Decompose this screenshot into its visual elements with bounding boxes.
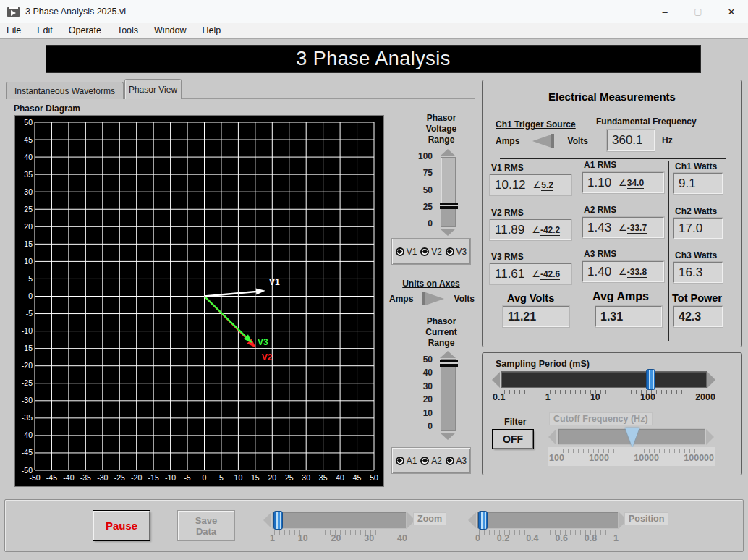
voltage-range-slider[interactable] (441, 157, 456, 227)
radio-v3-dot[interactable] (446, 247, 454, 256)
units-amps-option[interactable]: Amps (389, 294, 413, 304)
sampling-slider[interactable] (501, 371, 707, 388)
hz-unit-label: Hz (662, 135, 673, 145)
units-toggle-pointer[interactable] (422, 292, 444, 305)
position-left-arrow[interactable] (468, 512, 476, 528)
menu-edit[interactable]: Edit (37, 25, 53, 35)
current-range-slider[interactable] (441, 359, 456, 431)
tick-label: 1000 (589, 453, 609, 463)
svg-text:0: 0 (203, 473, 207, 482)
menu-operate[interactable]: Operate (69, 25, 101, 35)
phasor-diagram-label: Phasor Diagram (14, 103, 80, 114)
phasor-diagram-plot[interactable]: -50-45-40-35-30-25-20-15-10-505101520253… (14, 115, 384, 487)
tick-label: 0 (475, 533, 480, 543)
tick-label: 30 (423, 382, 433, 391)
svg-text:35: 35 (24, 170, 33, 179)
position-thumb[interactable] (478, 511, 488, 530)
tick-label: 0.6 (555, 533, 567, 543)
voltage-range-decrement-arrow[interactable] (440, 229, 456, 236)
current-range-decrement-arrow[interactable] (440, 433, 456, 440)
save-data-button[interactable]: Save Data (178, 511, 234, 540)
menu-window[interactable]: Window (154, 25, 186, 35)
position-slider[interactable] (477, 512, 619, 529)
cutoff-left-arrow[interactable] (548, 429, 556, 445)
units-volts-option[interactable]: Volts (454, 294, 475, 304)
menu-file[interactable]: File (7, 25, 21, 35)
radio-a1-dot[interactable] (396, 457, 404, 465)
column-divider-1 (574, 161, 574, 341)
zoom-slider[interactable] (272, 512, 407, 529)
phasor-current-range-label: Phasor Current Range (398, 316, 485, 349)
cutoff-frequency-label: Cutoff Frequency (Hz) (549, 412, 653, 425)
tick-label: 100 (418, 152, 433, 161)
radio-v3[interactable]: V3 (446, 247, 467, 257)
tick-label: 100 (640, 392, 655, 402)
svg-text:V1: V1 (269, 277, 280, 287)
measurements-divider (500, 158, 726, 159)
fundamental-frequency-label: Fundamental Frequency (596, 116, 697, 127)
menu-tools[interactable]: Tools (117, 25, 138, 35)
units-on-axes-toggle[interactable]: Amps Volts (389, 292, 475, 305)
radio-a1[interactable]: A1 (396, 456, 417, 466)
cutoff-thumb[interactable] (625, 428, 639, 447)
cutoff-slider[interactable] (558, 428, 705, 445)
column-divider-2 (668, 161, 669, 341)
filter-label: Filter (504, 417, 527, 427)
svg-text:V2: V2 (262, 352, 273, 362)
svg-text:-10: -10 (165, 473, 176, 482)
svg-text:0: 0 (28, 292, 33, 300)
radio-v2[interactable]: V2 (420, 247, 442, 257)
ch3-watts-label: Ch3 Watts (675, 250, 717, 260)
a3-rms-display: 1.40 ∠-33.8 (582, 261, 664, 282)
cutoff-right-arrow[interactable] (706, 429, 714, 445)
tab-phasor-view[interactable]: Phasor View (124, 79, 182, 99)
trigger-toggle-pointer[interactable] (532, 134, 554, 148)
tick-label: 0.1 (493, 392, 505, 402)
zoom-thumb[interactable] (273, 511, 283, 530)
radio-v2-dot[interactable] (420, 247, 429, 256)
current-range-thumb[interactable] (440, 360, 458, 367)
radio-v1-dot[interactable] (396, 247, 404, 256)
position-tick-labels: 00.20.40.60.81 (475, 533, 619, 543)
svg-text:25: 25 (24, 205, 33, 213)
minimize-button[interactable]: – (648, 0, 681, 23)
svg-text:-15: -15 (22, 344, 33, 352)
radio-a2-dot[interactable] (420, 457, 429, 465)
voltage-range-thumb[interactable] (440, 203, 458, 209)
sampling-panel: Sampling Period (mS) 0.11101002000 Filte… (482, 352, 742, 475)
pause-button[interactable]: Pause (93, 511, 150, 540)
tab-instantaneous-waveforms[interactable]: Instantaneous Waveforms (6, 82, 124, 99)
svg-text:50: 50 (24, 118, 33, 127)
ch3-watts-display: 16.3 (673, 262, 723, 283)
zoom-left-arrow[interactable] (263, 512, 271, 528)
svg-text:-25: -25 (22, 378, 33, 387)
svg-text:50: 50 (370, 473, 378, 482)
menu-help[interactable]: Help (203, 25, 221, 35)
sampling-thumb[interactable] (646, 369, 655, 390)
radio-a3[interactable]: A3 (446, 456, 467, 466)
sampling-tick-labels: 0.11101002000 (493, 392, 715, 402)
tick-label: 0.4 (526, 533, 538, 543)
current-range-increment-arrow[interactable] (440, 351, 456, 358)
filter-off-button[interactable]: OFF (493, 430, 533, 449)
trigger-amps-option[interactable]: Amps (496, 136, 519, 146)
sampling-left-arrow[interactable] (492, 372, 500, 388)
svg-text:5: 5 (28, 274, 33, 283)
voltage-range-increment-arrow[interactable] (440, 149, 456, 156)
svg-text:25: 25 (285, 473, 294, 482)
radio-v1[interactable]: V1 (396, 247, 417, 257)
trigger-volts-option[interactable]: Volts (568, 136, 588, 146)
maximize-button[interactable]: ▢ (681, 0, 715, 23)
svg-text:40: 40 (336, 473, 344, 482)
radio-a2[interactable]: A2 (420, 456, 442, 466)
tot-power-display: 42.3 (673, 306, 723, 327)
ch1-trigger-source-toggle[interactable]: Amps Volts (496, 134, 588, 148)
v3-rms-label: V3 RMS (491, 252, 524, 262)
close-button[interactable]: ✕ (715, 0, 748, 23)
avg-volts-display: 11.21 (503, 306, 569, 327)
sampling-right-arrow[interactable] (707, 372, 715, 388)
ch2-watts-label: Ch2 Watts (675, 206, 717, 216)
radio-a3-dot[interactable] (446, 457, 454, 465)
svg-text:45: 45 (24, 135, 33, 144)
a3-rms-label: A3 RMS (584, 249, 616, 259)
